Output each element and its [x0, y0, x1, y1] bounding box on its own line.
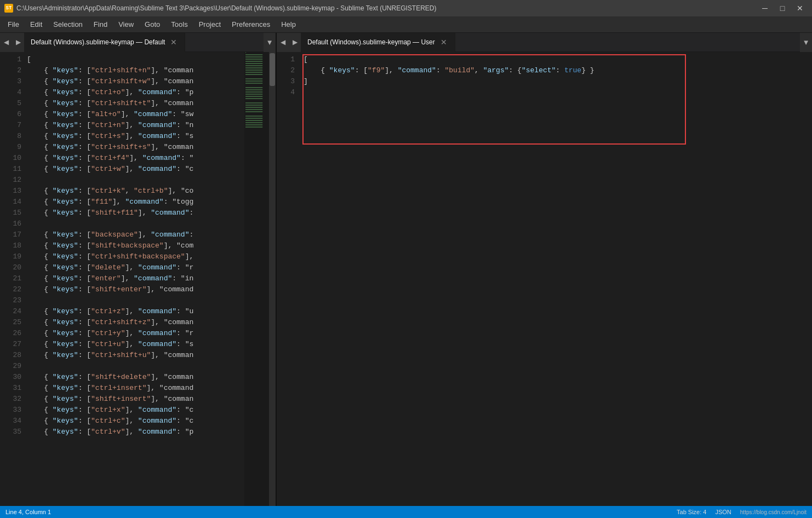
line-number: 12 [0, 175, 21, 186]
status-left: Line 4, Column 1 [5, 509, 51, 515]
code-line: { "keys": ["ctrl+y"], "command": "r [25, 328, 244, 339]
code-line: { "keys": ["ctrl+c"], "command": "c [25, 416, 244, 427]
left-tab-bar: ◀ ▶ Default (Windows).sublime-keymap — D… [0, 33, 276, 52]
right-code-content[interactable]: [ { "keys": ["f9"], "command": "build", … [301, 52, 812, 506]
line-number: 20 [0, 262, 21, 273]
code-line: { "keys": ["ctrl+w"], "command": "c [25, 164, 244, 175]
code-line: { "keys": ["f11"], "command": "togg [25, 197, 244, 208]
right-tab-label: Default (Windows).sublime-keymap — User [307, 38, 435, 46]
code-line: { "keys": ["shift+insert"], "comman [25, 394, 244, 405]
line-number: 28 [0, 350, 21, 361]
line-number: 34 [0, 416, 21, 427]
code-line: { "keys": ["ctrl+u"], "command": "s [25, 339, 244, 350]
line-number: 4 [277, 87, 298, 98]
blog-url: https://blog.csdn.com/Ljnoit [740, 509, 807, 515]
left-tab-nav-next[interactable]: ▶ [12, 33, 24, 52]
editor-area: ◀ ▶ Default (Windows).sublime-keymap — D… [0, 33, 812, 506]
left-tab-dropdown[interactable]: ▼ [264, 33, 276, 52]
title-bar: ST C:\Users\Administrator\AppData\Roamin… [0, 0, 812, 16]
code-line: [ [25, 54, 244, 65]
line-number: 21 [0, 273, 21, 284]
right-tab-nav-prev[interactable]: ◀ [277, 33, 289, 52]
left-code-area[interactable]: 1234567891011121314151617181920212223242… [0, 52, 276, 506]
line-number: 19 [0, 251, 21, 262]
right-code-area[interactable]: 1234 [ { "keys": ["f9"], "command": "bui… [277, 52, 812, 506]
menu-goto[interactable]: Goto [139, 18, 165, 31]
line-number: 25 [0, 317, 21, 328]
code-line: { "keys": ["enter"], "command": "in [25, 273, 244, 284]
menu-bar: File Edit Selection Find View Goto Tools… [0, 16, 812, 33]
left-pane: ◀ ▶ Default (Windows).sublime-keymap — D… [0, 33, 277, 506]
right-tab-bar: ◀ ▶ Default (Windows).sublime-keymap — U… [277, 33, 812, 52]
code-line: { "keys": ["ctrl+o"], "command": "p [25, 87, 244, 98]
line-number: 13 [0, 186, 21, 197]
menu-find[interactable]: Find [88, 18, 113, 31]
line-number: 3 [0, 76, 21, 87]
code-line: { "keys": ["shift+f11"], "command": [25, 208, 244, 218]
left-scroll-thumb[interactable] [270, 53, 275, 86]
line-number: 17 [0, 229, 21, 240]
right-tab-user[interactable]: Default (Windows).sublime-keymap — User … [301, 33, 455, 52]
code-line: { "keys": ["ctrl+n"], "command": "n [25, 120, 244, 131]
right-tab-nav-next[interactable]: ▶ [289, 33, 301, 52]
line-number: 1 [0, 54, 21, 65]
menu-edit[interactable]: Edit [25, 18, 48, 31]
line-number: 8 [0, 131, 21, 142]
code-line: { "keys": ["ctrl+s"], "command": "s [25, 131, 244, 142]
left-tab-label: Default (Windows).sublime-keymap — Defau… [31, 38, 165, 46]
menu-project[interactable]: Project [193, 18, 226, 31]
code-line: { "keys": ["ctrl+k", "ctrl+b"], "co [25, 186, 244, 197]
code-line [25, 218, 244, 229]
tab-size-indicator[interactable]: Tab Size: 4 [677, 509, 706, 515]
window-controls: ─ □ ✕ [757, 3, 808, 14]
code-line: { "keys": ["ctrl+shift+w"], "comman [25, 76, 244, 87]
line-number: 6 [0, 109, 21, 120]
code-line: { "keys": ["f9"], "command": "build", "a… [301, 65, 812, 76]
left-scrollbar[interactable] [269, 52, 276, 506]
syntax-indicator[interactable]: JSON [715, 509, 731, 515]
menu-tools[interactable]: Tools [165, 18, 193, 31]
line-number: 18 [0, 240, 21, 251]
line-number: 33 [0, 405, 21, 416]
right-tab-dropdown[interactable]: ▼ [800, 33, 812, 52]
left-tab-default[interactable]: Default (Windows).sublime-keymap — Defau… [24, 33, 185, 52]
app-icon: ST [4, 4, 13, 13]
code-line: { "keys": ["shift+enter"], "command [25, 284, 244, 295]
cursor-position: Line 4, Column 1 [5, 509, 51, 515]
code-line: { "keys": ["alt+o"], "command": "sw [25, 109, 244, 120]
code-line: { "keys": ["ctrl+shift+u"], "comman [25, 350, 244, 361]
menu-view[interactable]: View [113, 18, 139, 31]
code-line: { "keys": ["ctrl+z"], "command": "u [25, 306, 244, 317]
line-number: 2 [277, 65, 298, 76]
line-number: 5 [0, 98, 21, 109]
line-number: 26 [0, 328, 21, 339]
code-line [25, 175, 244, 186]
code-line: { "keys": ["ctrl+f4"], "command": " [25, 153, 244, 164]
left-code-content[interactable]: [ { "keys": ["ctrl+shift+n"], "comman { … [25, 52, 244, 506]
minimize-button[interactable]: ─ [757, 3, 773, 14]
line-number: 35 [0, 427, 21, 438]
menu-preferences[interactable]: Preferences [226, 18, 276, 31]
left-line-numbers: 1234567891011121314151617181920212223242… [0, 52, 25, 506]
code-line: [ [301, 54, 812, 65]
right-tab-close[interactable]: ✕ [439, 38, 448, 47]
menu-selection[interactable]: Selection [48, 18, 88, 31]
menu-help[interactable]: Help [276, 18, 301, 31]
line-number: 9 [0, 142, 21, 153]
line-number: 24 [0, 306, 21, 317]
line-number: 4 [0, 87, 21, 98]
menu-file[interactable]: File [2, 18, 25, 31]
code-line: { "keys": ["shift+backspace"], "com [25, 240, 244, 251]
left-tab-close[interactable]: ✕ [169, 38, 178, 47]
code-line [25, 361, 244, 372]
line-number: 2 [0, 65, 21, 76]
line-number: 27 [0, 339, 21, 350]
code-line [25, 295, 244, 306]
line-number: 31 [0, 383, 21, 394]
maximize-button[interactable]: □ [775, 3, 790, 14]
line-number: 15 [0, 208, 21, 218]
status-bar: Line 4, Column 1 Tab Size: 4 JSON https:… [0, 506, 812, 518]
close-button[interactable]: ✕ [792, 3, 808, 14]
line-number: 10 [0, 153, 21, 164]
left-tab-nav-prev[interactable]: ◀ [0, 33, 12, 52]
